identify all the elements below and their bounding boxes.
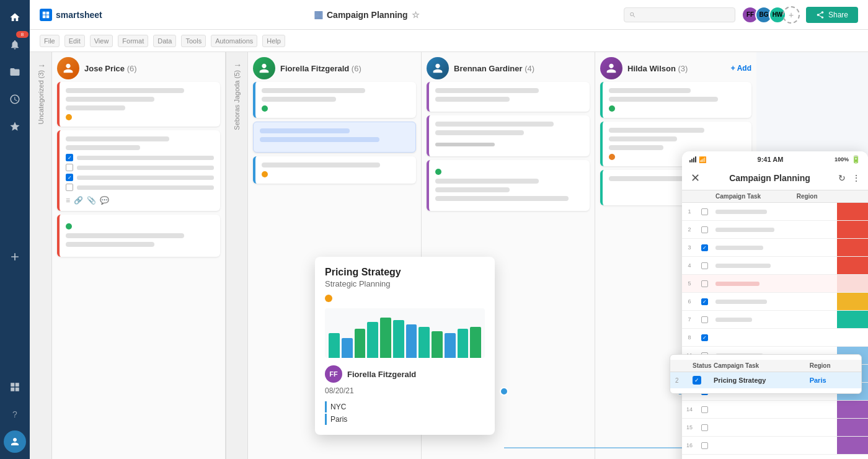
row-check[interactable] — [697, 406, 712, 413]
row-task — [712, 407, 793, 412]
grid-row-7[interactable]: 7 — [682, 311, 868, 329]
row-task — [712, 315, 793, 324]
checkbox[interactable] — [701, 316, 708, 323]
sidebar-folder-icon[interactable] — [4, 61, 26, 83]
checkbox[interactable] — [701, 226, 708, 233]
grid-row-1[interactable]: 1 — [682, 203, 868, 221]
row-check[interactable]: ✓ — [697, 244, 712, 251]
card-jose-1[interactable] — [57, 82, 220, 127]
toolbar-data[interactable]: Data — [153, 35, 176, 47]
column-jose: Jose Price (6) ✓ — [52, 52, 226, 459]
grid-row-2[interactable]: 2 — [682, 221, 868, 239]
signal-bar-1 — [689, 160, 691, 163]
checkbox[interactable] — [701, 280, 708, 287]
checkbox[interactable] — [701, 424, 708, 431]
checkbox[interactable] — [701, 406, 708, 413]
toolbar-file[interactable]: File — [40, 35, 60, 47]
mobile-refresh-icon[interactable]: ↻ — [838, 173, 846, 183]
mobile-more-icon[interactable]: ⋮ — [852, 173, 861, 183]
card-hilda-1[interactable] — [600, 82, 751, 118]
card-brennan-2[interactable] — [427, 115, 590, 156]
row-check[interactable] — [697, 442, 712, 449]
sidebar-help-icon[interactable]: ? — [4, 403, 26, 426]
row-region — [793, 335, 837, 340]
add-avatar-button[interactable]: + — [782, 6, 800, 24]
mobile-close-button[interactable]: ✕ — [689, 170, 701, 186]
grid-row-6[interactable]: 6 ✓ — [682, 293, 868, 311]
grid-row-16[interactable]: 16 — [682, 437, 868, 455]
row-check[interactable] — [697, 208, 712, 215]
checkbox-row: ✓ — [66, 174, 214, 181]
grid-row-5[interactable]: 5 — [682, 275, 868, 293]
grid-row-4[interactable]: 4 — [682, 257, 868, 275]
add-column-button[interactable]: + Add — [731, 64, 751, 73]
toolbar-help[interactable]: Help — [262, 35, 285, 47]
toolbar-edit[interactable]: Edit — [64, 35, 85, 47]
seboras-lane: Seboras Jagoda (5) ↓ — [226, 52, 248, 459]
row-color — [837, 239, 868, 256]
card-brennan-1[interactable] — [427, 82, 590, 112]
row-check[interactable]: ✓ — [697, 334, 712, 341]
card-fiorella-1[interactable] — [253, 82, 416, 118]
row-color — [837, 329, 868, 346]
sidebar-clock-icon[interactable] — [4, 88, 26, 110]
checkbox-unchecked[interactable] — [66, 184, 73, 191]
sidebar-notification-icon[interactable] — [4, 33, 26, 56]
checkbox-checked[interactable]: ✓ — [701, 334, 708, 341]
card-brennan-3[interactable] — [427, 160, 590, 211]
chart-bar-11 — [458, 329, 469, 358]
grid-row-8[interactable]: 8 ✓ — [682, 329, 868, 347]
row-check[interactable]: ✓ — [697, 298, 712, 305]
mobile-grid[interactable]: Campaign Task Region 1 2 — [682, 190, 868, 459]
row-check[interactable] — [697, 316, 712, 323]
search-icon — [629, 11, 636, 19]
mobile-signal: 📶 — [689, 156, 706, 163]
grid-row-14[interactable]: 14 — [682, 401, 868, 419]
checkbox-row: ✓ — [66, 154, 214, 161]
card-jose-2[interactable]: ✓ ✓ ≡ — [57, 130, 220, 211]
card-action-icon: 📎 — [87, 196, 96, 205]
search-box[interactable] — [624, 7, 735, 22]
row-num: 7 — [682, 314, 697, 325]
checkbox-unchecked[interactable] — [66, 164, 73, 171]
info-row-region: Paris — [810, 377, 856, 384]
info-popup-row[interactable]: 2 ✓ Pricing Strategy Paris — [670, 372, 861, 388]
toolbar-auto[interactable]: Automations — [211, 35, 257, 47]
row-check[interactable] — [697, 280, 712, 287]
sidebar-plus-icon[interactable] — [4, 246, 26, 268]
checkbox-checked[interactable]: ✓ — [701, 244, 708, 251]
row-color — [837, 275, 868, 292]
row-color — [837, 401, 868, 418]
row-color — [837, 419, 868, 436]
checkbox-checked[interactable]: ✓ — [66, 154, 73, 161]
signal-bar-3 — [693, 158, 694, 163]
row-check[interactable] — [697, 424, 712, 431]
column-hilda-header: Hilda Wilson (3) + Add — [600, 52, 751, 82]
checkbox[interactable] — [701, 442, 708, 449]
sidebar-star-icon[interactable] — [4, 115, 26, 138]
checkbox-checked[interactable]: ✓ — [701, 298, 708, 305]
checkbox[interactable] — [701, 208, 708, 215]
card-jose-3[interactable] — [57, 215, 220, 257]
share-button[interactable]: Share — [806, 7, 858, 23]
row-check[interactable] — [697, 226, 712, 233]
toolbar-view[interactable]: View — [90, 35, 113, 47]
card-fiorella-2[interactable] — [253, 122, 416, 153]
row-check[interactable] — [697, 262, 712, 269]
checkbox-checked[interactable]: ✓ — [66, 174, 73, 181]
card-fiorella-3[interactable] — [253, 156, 416, 184]
search-input[interactable] — [640, 11, 730, 19]
sidebar-grid-icon[interactable] — [4, 376, 26, 398]
toolbar-tools[interactable]: Tools — [181, 35, 206, 47]
grid-row-3[interactable]: 3 ✓ — [682, 239, 868, 257]
info-header-status: Status — [693, 362, 711, 369]
info-row-task: Pricing Strategy — [714, 377, 807, 384]
favorite-icon[interactable]: ☆ — [412, 10, 420, 20]
col-hilda-name: Hilda Wilson (3) — [627, 64, 688, 73]
sidebar-user-icon[interactable] — [4, 430, 26, 453]
checkbox[interactable] — [701, 262, 708, 269]
toolbar-format[interactable]: Format — [118, 35, 148, 47]
sidebar-home-icon[interactable] — [4, 6, 26, 29]
info-row-check[interactable]: ✓ — [693, 376, 701, 385]
grid-row-15[interactable]: 15 — [682, 419, 868, 437]
